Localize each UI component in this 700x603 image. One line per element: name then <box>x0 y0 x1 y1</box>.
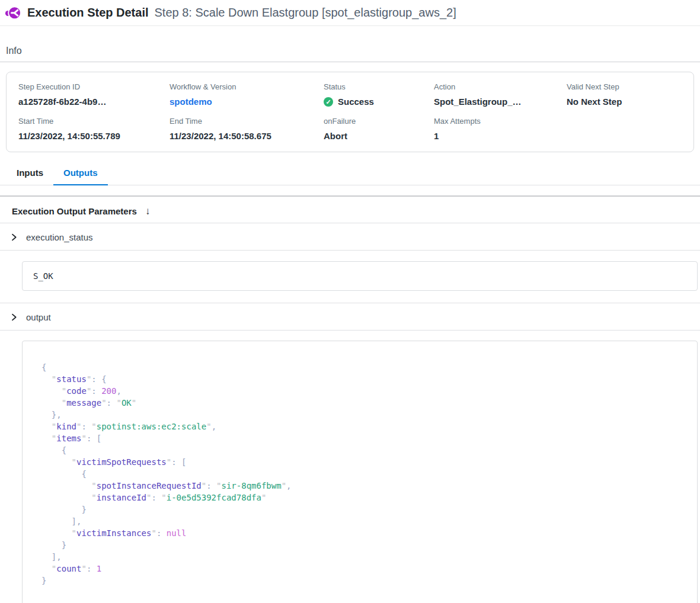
field-value: No Next Step <box>567 97 682 107</box>
chevron-right-icon <box>9 313 18 322</box>
field-step-execution-id: Step Execution ID a125728f-6b22-4b9… <box>18 82 170 107</box>
field-label: Status <box>324 82 434 91</box>
field-label: Workflow & Version <box>170 82 324 91</box>
execution-status-value-box: S_OK <box>22 261 698 291</box>
execution-status-label: execution_status <box>26 232 93 242</box>
output-parameters-title: Execution Output Parameters <box>12 206 137 216</box>
execution-status-value: S_OK <box>33 271 53 281</box>
workflow-link[interactable]: spotdemo <box>170 97 324 107</box>
field-value: 1 <box>434 131 567 141</box>
status-badge: ✓ Success <box>324 97 434 107</box>
field-value: a125728f-6b22-4b9… <box>18 97 170 107</box>
field-label: End Time <box>170 117 324 126</box>
output-json-code: { "status": { "code": 200, "message": "O… <box>41 361 683 586</box>
field-valid-next-step: Valid Next Step No Next Step <box>567 82 682 107</box>
output-parameters-header: Execution Output Parameters ↓ <box>0 197 700 223</box>
output-row[interactable]: output <box>0 303 700 330</box>
field-label: onFailure <box>324 117 434 126</box>
status-text: Success <box>338 97 374 107</box>
tabs: Inputs Outputs <box>0 165 700 185</box>
success-check-icon: ✓ <box>324 97 333 107</box>
field-end-time: End Time 11/23/2022, 14:50:58.675 <box>170 117 324 141</box>
divider <box>0 250 700 251</box>
field-max-attempts: Max Attempts 1 <box>434 117 567 141</box>
output-json-box: { "status": { "code": 200, "message": "O… <box>22 341 698 603</box>
field-label: Start Time <box>18 117 170 126</box>
download-icon[interactable]: ↓ <box>145 206 151 216</box>
info-divider <box>0 62 700 62</box>
field-onfailure: onFailure Abort <box>324 117 434 141</box>
field-status: Status ✓ Success <box>324 82 434 107</box>
tab-inputs[interactable]: Inputs <box>7 165 53 185</box>
field-value: Abort <box>324 131 434 141</box>
output-label: output <box>26 312 51 322</box>
field-label: Action <box>434 82 567 91</box>
field-label: Valid Next Step <box>567 82 682 91</box>
tab-outputs[interactable]: Outputs <box>53 165 108 185</box>
info-section-title: Info <box>6 46 700 56</box>
field-start-time: Start Time 11/23/2022, 14:50:55.789 <box>18 117 170 141</box>
field-workflow-version: Workflow & Version spotdemo <box>170 82 324 107</box>
field-action: Action Spot_Elastigroup_… <box>434 82 567 107</box>
info-card: Step Execution ID a125728f-6b22-4b9… Wor… <box>6 72 694 152</box>
field-value: 11/23/2022, 14:50:58.675 <box>170 131 324 141</box>
page-subtitle: Step 8: Scale Down Elastgroup [spot_elas… <box>155 6 456 20</box>
header: Execution Step Detail Step 8: Scale Down… <box>0 0 700 26</box>
field-label: Step Execution ID <box>18 82 170 91</box>
divider <box>0 330 700 331</box>
page-title: Execution Step Detail <box>27 6 149 20</box>
execution-status-row[interactable]: execution_status <box>0 223 700 250</box>
field-label: Max Attempts <box>434 117 567 126</box>
field-value: Spot_Elastigroup_… <box>434 97 567 107</box>
chevron-right-icon <box>9 233 18 242</box>
brand-logo-icon <box>5 5 21 21</box>
field-value: 11/23/2022, 14:50:55.789 <box>18 131 170 141</box>
